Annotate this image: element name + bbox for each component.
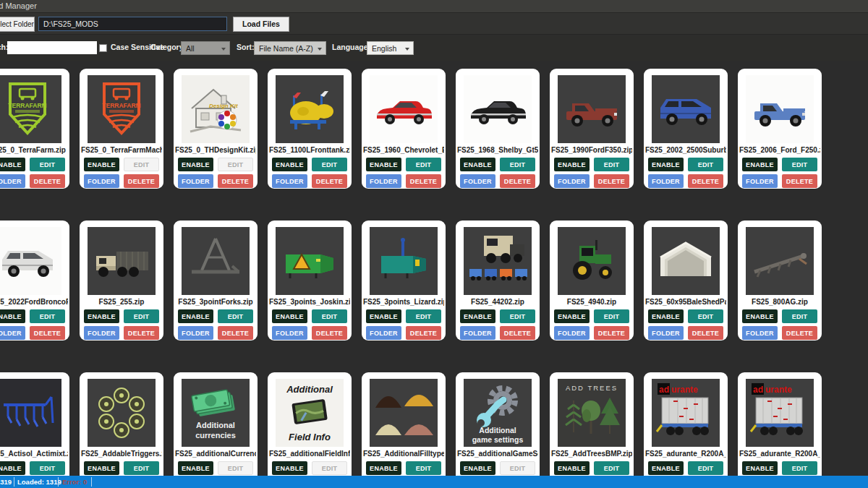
load-files-button[interactable]: Load Files: [233, 17, 289, 32]
teal-box-icon: [370, 227, 438, 295]
delete-button[interactable]: DELETE: [500, 174, 535, 188]
sort-dropdown[interactable]: File Name (A-Z): [254, 41, 326, 55]
edit-button[interactable]: EDIT: [688, 158, 723, 171]
edit-button[interactable]: EDIT: [406, 158, 441, 171]
edit-button[interactable]: EDIT: [782, 461, 817, 475]
edit-button[interactable]: EDIT: [406, 309, 441, 323]
folder-path-input[interactable]: [38, 17, 227, 31]
edit-button[interactable]: EDIT: [594, 309, 629, 323]
delete-button[interactable]: DELETE: [30, 326, 65, 340]
enable-button[interactable]: ENABLE: [460, 158, 495, 171]
edit-button[interactable]: EDIT: [124, 461, 159, 475]
folder-button[interactable]: FOLDER: [84, 326, 119, 340]
folder-button[interactable]: FOLDER: [742, 326, 778, 340]
edit-button[interactable]: EDIT: [406, 461, 441, 475]
folder-button[interactable]: FOLDER: [366, 326, 401, 340]
enable-button[interactable]: ENABLE: [272, 158, 307, 171]
delete-button[interactable]: DELETE: [30, 174, 65, 188]
enable-button[interactable]: ENABLE: [84, 461, 119, 475]
edit-button[interactable]: EDIT: [218, 309, 253, 323]
delete-button[interactable]: DELETE: [688, 326, 723, 340]
edit-button[interactable]: EDIT: [30, 309, 65, 323]
enable-button[interactable]: ENABLE: [272, 461, 307, 475]
delete-button[interactable]: DELETE: [500, 326, 535, 340]
edit-button[interactable]: EDIT: [218, 461, 253, 475]
enable-button[interactable]: ENABLE: [178, 461, 213, 475]
edit-button[interactable]: EDIT: [218, 158, 253, 171]
enable-button[interactable]: ENABLE: [742, 309, 778, 323]
folder-button[interactable]: FOLDER: [460, 174, 495, 188]
language-dropdown[interactable]: English: [367, 41, 414, 55]
folder-button[interactable]: FOLDER: [742, 174, 778, 188]
case-sensitive-checkbox[interactable]: [99, 44, 107, 52]
enable-button[interactable]: ENABLE: [0, 309, 25, 323]
enable-button[interactable]: ENABLE: [0, 158, 25, 171]
folder-button[interactable]: FOLDER: [648, 174, 684, 188]
delete-button[interactable]: DELETE: [312, 174, 347, 188]
folder-button[interactable]: FOLDER: [84, 174, 119, 188]
folder-button[interactable]: FOLDER: [178, 326, 213, 340]
edit-button[interactable]: EDIT: [312, 309, 347, 323]
delete-button[interactable]: DELETE: [406, 326, 441, 340]
status-bar: 1319 Loaded: 1319 Error: 0: [0, 476, 868, 488]
enable-button[interactable]: ENABLE: [742, 461, 778, 475]
edit-button[interactable]: EDIT: [500, 309, 535, 323]
enable-button[interactable]: ENABLE: [0, 461, 25, 475]
delete-button[interactable]: DELETE: [218, 326, 253, 340]
enable-button[interactable]: ENABLE: [648, 309, 684, 323]
folder-button[interactable]: FOLDER: [272, 326, 307, 340]
folder-button[interactable]: FOLDER: [0, 326, 25, 340]
enable-button[interactable]: ENABLE: [554, 309, 590, 323]
delete-button[interactable]: DELETE: [594, 326, 629, 340]
delete-button[interactable]: DELETE: [782, 326, 817, 340]
enable-button[interactable]: ENABLE: [742, 158, 778, 171]
category-dropdown[interactable]: All: [181, 41, 230, 55]
delete-button[interactable]: DELETE: [406, 174, 441, 188]
enable-button[interactable]: ENABLE: [178, 158, 213, 171]
edit-button[interactable]: EDIT: [782, 309, 817, 323]
enable-button[interactable]: ENABLE: [460, 309, 495, 323]
delete-button[interactable]: DELETE: [688, 174, 723, 188]
search-input[interactable]: [7, 41, 97, 54]
edit-button[interactable]: EDIT: [124, 309, 159, 323]
enable-button[interactable]: ENABLE: [84, 309, 119, 323]
enable-button[interactable]: ENABLE: [554, 158, 590, 171]
delete-button[interactable]: DELETE: [124, 174, 159, 188]
folder-button[interactable]: FOLDER: [178, 174, 213, 188]
edit-button[interactable]: EDIT: [312, 461, 347, 475]
enable-button[interactable]: ENABLE: [648, 461, 684, 475]
edit-button[interactable]: EDIT: [594, 158, 629, 171]
enable-button[interactable]: ENABLE: [366, 158, 401, 171]
folder-button[interactable]: FOLDER: [272, 174, 307, 188]
enable-button[interactable]: ENABLE: [648, 158, 684, 171]
delete-button[interactable]: DELETE: [312, 326, 347, 340]
folder-button[interactable]: FOLDER: [648, 326, 684, 340]
edit-button[interactable]: EDIT: [782, 158, 817, 171]
edit-button[interactable]: EDIT: [30, 158, 65, 171]
edit-button[interactable]: EDIT: [688, 309, 723, 323]
edit-button[interactable]: EDIT: [312, 158, 347, 171]
select-folder-button[interactable]: Select Folder: [0, 17, 35, 32]
enable-button[interactable]: ENABLE: [272, 309, 307, 323]
folder-button[interactable]: FOLDER: [554, 174, 590, 188]
edit-button[interactable]: EDIT: [688, 461, 723, 475]
edit-button[interactable]: EDIT: [124, 158, 159, 171]
delete-button[interactable]: DELETE: [782, 174, 817, 188]
folder-button[interactable]: FOLDER: [460, 326, 495, 340]
folder-button[interactable]: FOLDER: [554, 326, 590, 340]
edit-button[interactable]: EDIT: [500, 158, 535, 171]
edit-button[interactable]: EDIT: [30, 461, 65, 475]
edit-button[interactable]: EDIT: [500, 461, 535, 475]
enable-button[interactable]: ENABLE: [554, 461, 590, 475]
folder-button[interactable]: FOLDER: [0, 174, 25, 188]
enable-button[interactable]: ENABLE: [178, 309, 213, 323]
folder-button[interactable]: FOLDER: [366, 174, 401, 188]
delete-button[interactable]: DELETE: [594, 174, 629, 188]
enable-button[interactable]: ENABLE: [84, 158, 119, 171]
enable-button[interactable]: ENABLE: [366, 309, 401, 323]
edit-button[interactable]: EDIT: [594, 461, 629, 475]
delete-button[interactable]: DELETE: [218, 174, 253, 188]
enable-button[interactable]: ENABLE: [460, 461, 495, 475]
enable-button[interactable]: ENABLE: [366, 461, 401, 475]
delete-button[interactable]: DELETE: [124, 326, 159, 340]
